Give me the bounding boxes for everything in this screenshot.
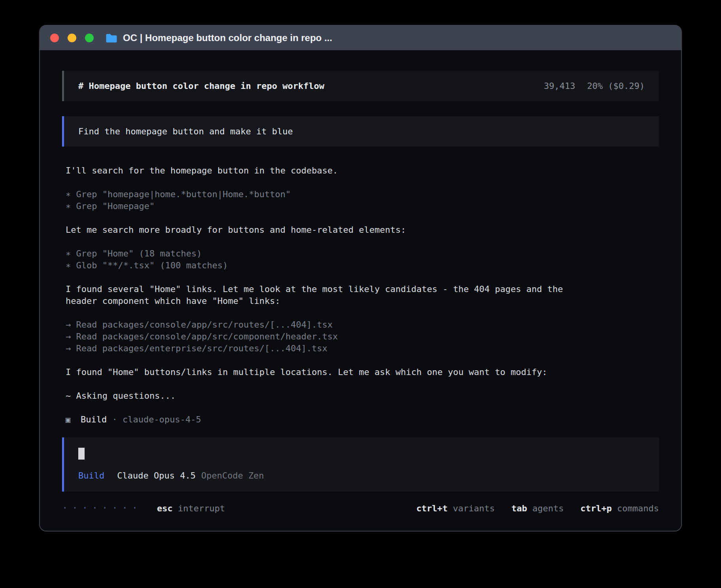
prompt-input[interactable]: Build Claude Opus 4.5 OpenCode Zen: [62, 437, 659, 492]
shortcut-key: ctrl+p: [580, 503, 612, 513]
session-header: # Homepage button color change in repo w…: [62, 71, 659, 101]
transcript-line: ∗ Grep "Home" (18 matches): [66, 248, 659, 260]
cursor-row: [78, 448, 645, 461]
transcript-line: ∗ Grep "Homepage": [66, 200, 659, 212]
shortcut-label-text: interrupt: [178, 503, 225, 513]
agent-model: claude-opus-4-5: [123, 414, 201, 426]
transcript-line: ~ Asking questions...: [66, 390, 570, 402]
text-cursor[interactable]: [78, 448, 85, 460]
shortcut-commands[interactable]: ctrl+p commands: [580, 503, 659, 513]
transcript-line: ∗ Grep "homepage|home.*button|Home.*butt…: [66, 188, 659, 200]
transcript-block-text: I found several "Home" links. Let me loo…: [66, 283, 659, 307]
transcript-block-tool: → Read packages/console/app/src/routes/[…: [66, 319, 659, 354]
transcript-block-tool: ∗ Grep "Home" (18 matches)∗ Glob "**/*.t…: [66, 248, 659, 271]
window-title: OC | Homepage button color change in rep…: [123, 32, 332, 43]
user-message: Find the homepage button and make it blu…: [62, 116, 659, 147]
transcript-line: I found several "Home" links. Let me loo…: [66, 283, 570, 307]
status-bar: ········ esc interrupt ctrl+t variantsta…: [62, 503, 659, 514]
transcript-line: Let me search more broadly for buttons a…: [66, 224, 570, 236]
model-name[interactable]: Claude Opus 4.5: [117, 471, 196, 481]
shortcut-label: commands: [612, 503, 659, 513]
transcript-block-text: ~ Asking questions...: [66, 390, 659, 402]
minimize-button[interactable]: [68, 34, 76, 42]
shortcut-key: ctrl+t: [416, 503, 447, 513]
shortcut-label: variants: [448, 503, 495, 513]
session-title: # Homepage button color change in repo w…: [78, 81, 325, 91]
agent-mode-label[interactable]: Build: [78, 471, 104, 481]
provider-name: OpenCode Zen: [201, 471, 264, 481]
input-meta: Build Claude Opus 4.5 OpenCode Zen: [78, 471, 645, 481]
window-titlebar[interactable]: OC | Homepage button color change in rep…: [40, 26, 681, 50]
context-cost: 20% ($0.29): [587, 81, 645, 91]
token-count: 39,413: [544, 81, 575, 91]
shortcut-variants[interactable]: ctrl+t variants: [416, 503, 495, 513]
shortcut-key: esc: [157, 503, 173, 513]
spinner-dots: ········: [62, 503, 142, 514]
terminal-content: # Homepage button color change in repo w…: [40, 50, 681, 531]
transcript-block-text: I found "Home" buttons/links in multiple…: [66, 366, 659, 378]
agent-badge-icon: ▣: [66, 414, 70, 426]
transcript-block-text: Let me search more broadly for buttons a…: [66, 224, 659, 236]
shortcut-interrupt[interactable]: esc interrupt: [157, 503, 225, 513]
shortcut-label: [173, 503, 178, 513]
traffic-lights: [50, 34, 94, 42]
terminal-window: OC | Homepage button color change in rep…: [39, 25, 682, 531]
close-button[interactable]: [50, 34, 59, 42]
transcript-block-text: I'll search for the homepage button in t…: [66, 165, 659, 177]
agent-name: Build: [81, 414, 107, 426]
folder-icon: [106, 33, 117, 43]
agent-separator: ·: [107, 414, 123, 426]
transcript-block-agent: ▣Build · claude-opus-4-5: [66, 414, 659, 426]
transcript-line: I found "Home" buttons/links in multiple…: [66, 366, 570, 378]
session-stats: 39,413 20% ($0.29): [544, 81, 645, 91]
shortcut-label: agents: [527, 503, 564, 513]
transcript-line: I'll search for the homepage button in t…: [66, 165, 570, 177]
user-message-text: Find the homepage button and make it blu…: [78, 126, 293, 136]
statusbar-shortcuts: ctrl+t variantstab agentsctrl+p commands: [416, 503, 659, 513]
transcript-line: ∗ Glob "**/*.tsx" (100 matches): [66, 260, 659, 271]
transcript-line: → Read packages/enterprise/src/routes/[.…: [66, 343, 659, 354]
shortcut-agents[interactable]: tab agents: [511, 503, 564, 513]
shortcut-key: tab: [511, 503, 527, 513]
transcript-block-tool: ∗ Grep "homepage|home.*button|Home.*butt…: [66, 188, 659, 212]
zoom-button[interactable]: [85, 34, 94, 42]
transcript: I'll search for the homepage button in t…: [62, 165, 659, 426]
transcript-line: → Read packages/console/app/src/routes/[…: [66, 319, 659, 331]
transcript-line: → Read packages/console/app/src/componen…: [66, 331, 659, 343]
